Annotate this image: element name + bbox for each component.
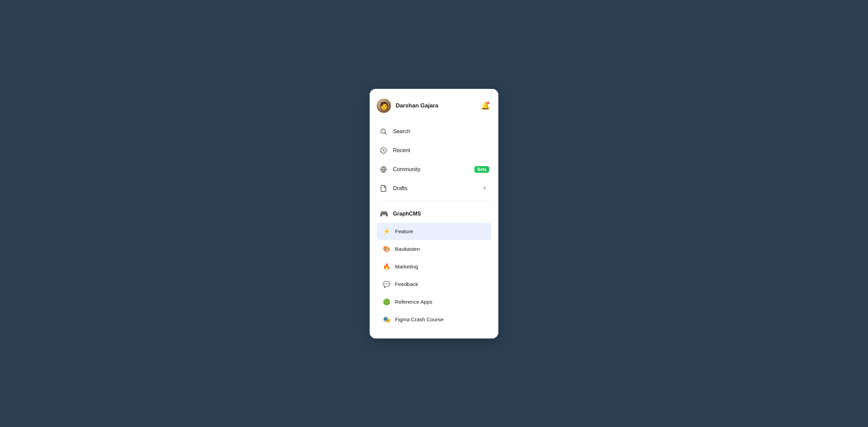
sub-item-figma-crash-course[interactable]: 🎭 Figma Crash Course <box>377 311 491 328</box>
nav-item-recent[interactable]: Recent <box>377 141 491 160</box>
header: 🧑 Darshan Gajara 🔔 <box>377 99 491 113</box>
avatar: 🧑 <box>377 99 391 113</box>
sub-label-figma-crash-course: Figma Crash Course <box>395 317 443 323</box>
nav-label-drafts: Drafts <box>393 185 480 191</box>
sub-label-feedback: Feedback <box>395 281 418 287</box>
marketing-icon: 🔥 <box>382 262 391 271</box>
notification-dot <box>487 101 490 104</box>
svg-point-0 <box>381 129 386 133</box>
sub-label-baukasten: Baukasten <box>395 246 420 252</box>
reference-apps-icon: 🟢 <box>382 298 391 306</box>
sub-item-feedback[interactable]: 💬 Feedback <box>377 276 491 293</box>
baukasten-icon: 🎨 <box>382 245 391 253</box>
sub-item-reference-apps[interactable]: 🟢 Reference Apps <box>377 293 491 310</box>
clock-icon <box>379 146 388 155</box>
nav-label-search: Search <box>393 128 489 135</box>
file-icon <box>379 184 388 193</box>
sub-label-marketing: Marketing <box>395 264 418 270</box>
beta-badge: Beta <box>474 166 489 173</box>
divider <box>377 201 491 201</box>
sub-item-feature[interactable]: ⚡ Feature <box>377 223 491 240</box>
section-title: GraphCMS <box>393 211 421 217</box>
section-header: 🎮 GraphCMS <box>377 206 491 223</box>
nav-label-recent: Recent <box>393 147 489 154</box>
graphcms-icon: 🎮 <box>379 209 389 219</box>
sub-item-marketing[interactable]: 🔥 Marketing <box>377 258 491 275</box>
nav-item-drafts[interactable]: Drafts + <box>377 179 491 198</box>
user-name: Darshan Gajara <box>396 102 479 109</box>
search-icon <box>379 127 388 136</box>
nav-item-search[interactable]: Search <box>377 122 491 141</box>
avatar-image: 🧑 <box>377 99 391 113</box>
feature-icon: ⚡ <box>382 227 391 236</box>
nav-item-community[interactable]: Community Beta <box>377 160 491 179</box>
globe-icon <box>379 165 388 174</box>
sub-label-reference-apps: Reference Apps <box>395 299 432 305</box>
notification-button[interactable]: 🔔 <box>479 100 491 112</box>
svg-line-1 <box>385 133 387 135</box>
sub-item-baukasten[interactable]: 🎨 Baukasten <box>377 241 491 258</box>
sidebar-panel: 🧑 Darshan Gajara 🔔 Search Recent <box>370 89 498 339</box>
add-draft-button[interactable]: + <box>480 184 489 193</box>
nav-label-community: Community <box>393 166 474 172</box>
feedback-icon: 💬 <box>382 280 391 289</box>
sub-label-feature: Feature <box>395 228 413 235</box>
figma-crash-course-icon: 🎭 <box>382 315 391 324</box>
